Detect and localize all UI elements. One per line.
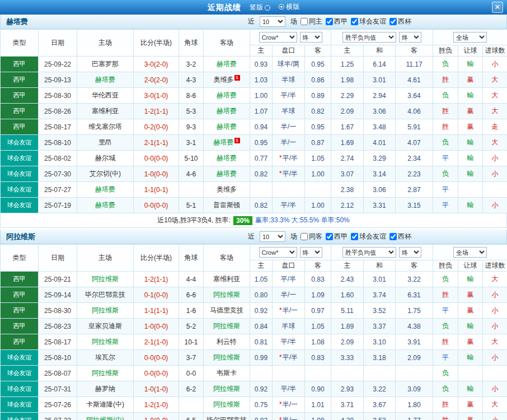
odds-time-select[interactable]: 终 bbox=[300, 32, 322, 43]
corner-cell: 10-1 bbox=[179, 334, 204, 350]
goals-flag: 大 bbox=[483, 72, 507, 88]
filter-option[interactable]: 西杯 bbox=[389, 17, 411, 26]
corner-cell: 3-2 bbox=[179, 57, 204, 72]
layout-option-horizontal[interactable]: 横版 bbox=[279, 2, 299, 12]
result-flag: 平 bbox=[433, 303, 458, 319]
corner-cell: 6-5 bbox=[179, 413, 204, 420]
score-cell: 3-0(2-0) bbox=[134, 57, 179, 72]
scope-select[interactable]: 全场 bbox=[453, 32, 487, 43]
away-team-cell: 阿拉维斯 bbox=[204, 381, 250, 397]
corner-cell: 5-2 bbox=[179, 319, 204, 334]
column-subheader: 胜负 bbox=[433, 45, 458, 57]
eu-home-odds: 1.98 bbox=[331, 72, 364, 88]
filter-option[interactable]: 西甲 bbox=[326, 232, 348, 241]
ah-home-odds: 1.03 bbox=[250, 72, 273, 88]
ah-line: 半球 bbox=[273, 72, 305, 88]
score-cell: 0-2(0-0) bbox=[134, 119, 179, 135]
avg-time-select[interactable]: 终 bbox=[399, 32, 421, 43]
league-badge: 西甲 bbox=[1, 287, 39, 303]
summary-bar: 近10场,胜3平3负4, 胜率:30%赢率:33.3% 大:55.5% 单率:5… bbox=[0, 213, 507, 228]
match-row: 西甲25-09-22巴塞罗那3-0(2-0)3-2赫塔费0.93球半/两0.95… bbox=[1, 57, 507, 72]
titlebar: 近期战绩 竖版 横版 ✕ bbox=[0, 0, 507, 15]
team-name-text: 艾尔切(中) bbox=[90, 170, 121, 178]
filter-checkbox[interactable] bbox=[326, 18, 333, 25]
home-team-cell: 毕尔巴鄂竞技 bbox=[77, 287, 134, 303]
ah-home-odds: 0.81 bbox=[250, 334, 273, 350]
team-name-text: 利云特 bbox=[217, 338, 237, 346]
ah-home-odds: 0.93 bbox=[250, 57, 273, 72]
scope-select[interactable]: 全场 bbox=[453, 247, 487, 258]
match-date: 25-08-17 bbox=[39, 119, 77, 135]
goals-flag: 小 bbox=[483, 303, 507, 319]
vertical-radio[interactable] bbox=[265, 5, 270, 11]
match-row: 球会友谊25-08-07阿拉维斯0-0(0-0)0-0韦斯卡负 bbox=[1, 366, 507, 381]
horizontal-radio[interactable] bbox=[279, 4, 284, 10]
score-cell: 1-0(0-0) bbox=[134, 413, 179, 420]
avg-odds-select[interactable]: 胜平负均值 bbox=[342, 32, 396, 43]
ah-line: 半球 bbox=[273, 104, 305, 119]
column-subheader: 主 bbox=[250, 260, 273, 272]
filter-option[interactable]: 同客 bbox=[301, 232, 322, 241]
team-name-text: 阿拉维斯 bbox=[213, 385, 240, 393]
team-name-text: 阿拉维斯 bbox=[92, 275, 119, 283]
vertical-layout-label: 竖版 bbox=[250, 3, 263, 12]
odds-company-select[interactable]: Crow* bbox=[259, 32, 297, 43]
filter-checkbox[interactable] bbox=[389, 233, 397, 240]
away-team-cell: 普雷斯顿 bbox=[204, 198, 250, 213]
layout-option-vertical[interactable]: 竖版 bbox=[250, 3, 270, 12]
odds-time-select[interactable]: 终 bbox=[300, 247, 322, 258]
ah-line: 球半/两 bbox=[273, 57, 305, 72]
team-name-text: 华伦西亚 bbox=[92, 91, 119, 99]
avg-odds-select[interactable]: 胜平负均值 bbox=[342, 247, 396, 258]
eu-home-odds: 2.09 bbox=[331, 334, 364, 350]
eu-away-odds: 6.31 bbox=[396, 287, 433, 303]
filter-checkbox[interactable] bbox=[351, 18, 358, 25]
ah-line: *平/半 bbox=[273, 166, 305, 182]
results-table: 类型日期主场比分(半场)角球客场Crow*终胜平负均值终全场主盘口客主和客胜负让… bbox=[0, 29, 507, 213]
eu-draw-odds: 2.94 bbox=[364, 88, 396, 104]
team-name-text: 普雷斯顿 bbox=[213, 201, 240, 209]
home-team-cell: 赫塔费 bbox=[77, 198, 134, 213]
column-subheader: 盘口 bbox=[273, 260, 305, 272]
filter-checkbox[interactable] bbox=[301, 233, 308, 240]
filter-option[interactable]: 西甲 bbox=[326, 17, 348, 26]
filter-option[interactable]: 球会友谊 bbox=[351, 17, 386, 26]
league-badge: 球会友谊 bbox=[1, 413, 39, 420]
filter-label: 球会友谊 bbox=[359, 17, 386, 26]
corner-cell: 5-10 bbox=[179, 151, 204, 166]
asian-odds-group-header: Crow*终 bbox=[250, 30, 331, 45]
result-flag: 胜 bbox=[433, 119, 458, 135]
league-badge: 西甲 bbox=[1, 303, 39, 319]
column-subheader: 客 bbox=[396, 45, 433, 57]
team-name-text: 赫塔费 bbox=[217, 91, 237, 99]
team-name-text: 毕尔巴鄂竞技 bbox=[206, 416, 247, 420]
team-section-1: 赫塔费近10场同主西甲球会友谊西杯类型日期主场比分(半场)角球客场Crow*终胜… bbox=[0, 15, 507, 228]
eu-home-odds: 1.69 bbox=[331, 135, 364, 151]
close-icon[interactable]: ✕ bbox=[492, 2, 503, 13]
recent-prefix-label: 近 bbox=[248, 232, 255, 241]
team-name-text: 赫塔费 bbox=[95, 76, 115, 83]
odds-company-select[interactable]: Crow* bbox=[259, 247, 297, 258]
team-name-text: 皇家贝迪斯 bbox=[88, 322, 122, 330]
filter-option[interactable]: 球会友谊 bbox=[351, 232, 386, 241]
home-team-cell: 阿拉维斯 bbox=[77, 366, 134, 381]
column-header: 主场 bbox=[77, 245, 134, 272]
filter-checkbox[interactable] bbox=[351, 233, 358, 240]
filter-option[interactable]: 西杯 bbox=[389, 232, 411, 241]
handicap-flag: 輸 bbox=[458, 88, 483, 104]
away-team-cell: 赫塔费 bbox=[204, 166, 250, 182]
filter-option[interactable]: 同主 bbox=[301, 17, 322, 26]
handicap-flag: 輸 bbox=[458, 272, 483, 287]
avg-time-select[interactable]: 终 bbox=[399, 247, 421, 258]
filter-checkbox[interactable] bbox=[326, 233, 333, 240]
home-team-cell: 埃瓦尔 bbox=[77, 350, 134, 366]
ah-away-odds bbox=[305, 366, 331, 381]
filter-checkbox[interactable] bbox=[389, 18, 397, 25]
team-name-text: 塞维利亚 bbox=[92, 107, 119, 115]
score-cell: 1-2(1-1) bbox=[134, 104, 179, 119]
filter-checkbox[interactable] bbox=[301, 18, 308, 25]
recent-count-select[interactable]: 10 bbox=[260, 16, 285, 27]
ah-away-odds: 1.05 bbox=[305, 319, 331, 334]
result-flag: 负 bbox=[433, 135, 458, 151]
recent-count-select[interactable]: 10 bbox=[260, 231, 285, 242]
